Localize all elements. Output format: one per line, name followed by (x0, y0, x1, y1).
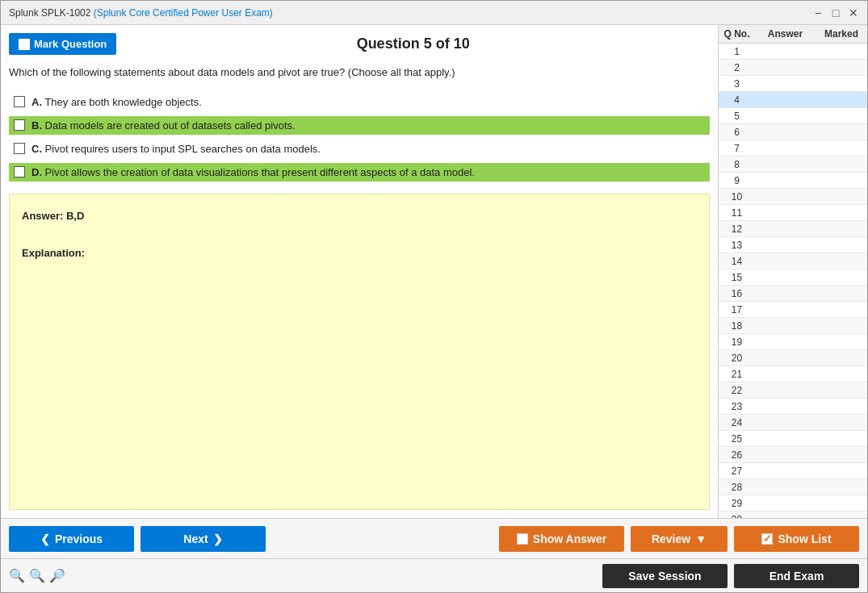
q-row-num: 2 (719, 62, 755, 73)
q-row-num: 22 (719, 385, 755, 396)
q-row-num: 25 (719, 433, 755, 445)
q-row-num: 4 (719, 94, 755, 106)
question-text: Which of the following statements about … (9, 65, 710, 81)
q-list-row[interactable]: 29 (719, 495, 867, 512)
q-list-row[interactable]: 30 (719, 512, 867, 518)
review-arrow-icon: ▼ (695, 532, 707, 545)
show-list-label: Show List (778, 532, 831, 545)
next-arrow-icon (213, 532, 223, 545)
close-button[interactable]: ✕ (848, 7, 859, 19)
q-row-num: 27 (719, 466, 755, 477)
show-list-button[interactable]: Show List (734, 526, 859, 552)
q-row-num: 3 (719, 78, 755, 90)
show-answer-checkbox-icon (517, 533, 528, 545)
zoom-reset-button[interactable]: 🔍 (29, 568, 45, 583)
option-a-checkbox[interactable] (14, 96, 25, 107)
q-list-row[interactable]: 3 (719, 76, 867, 92)
q-row-num: 5 (719, 111, 755, 122)
option-c-label: C. Pivot requires users to input SPL sea… (31, 143, 321, 155)
q-row-num: 10 (719, 191, 755, 203)
option-b-checkbox[interactable] (14, 119, 25, 131)
q-list-row[interactable]: 15 (719, 269, 867, 286)
q-list-row[interactable]: 24 (719, 415, 867, 431)
q-list-row[interactable]: 1 (719, 44, 867, 60)
save-session-button[interactable]: Save Session (602, 564, 728, 588)
next-label: Next (183, 532, 208, 545)
q-list-row[interactable]: 25 (719, 431, 867, 447)
options-list: A. They are both knowledge objects. B. D… (9, 93, 710, 182)
q-list-row[interactable]: 9 (719, 173, 867, 189)
explanation-line: Explanation: (22, 244, 697, 262)
q-row-num: 26 (719, 449, 755, 461)
window-title: Splunk SPLK-1002 (Splunk Core Certified … (9, 7, 273, 19)
option-c-checkbox[interactable] (14, 143, 25, 154)
q-list-row[interactable]: 8 (719, 157, 867, 173)
question-title: Question 5 of 10 (116, 35, 710, 52)
header-answer: Answer (755, 28, 816, 40)
q-list-row[interactable]: 4 (719, 92, 867, 108)
q-row-num: 11 (719, 207, 755, 219)
option-d-checkbox[interactable] (14, 166, 25, 177)
next-button[interactable]: Next (140, 526, 266, 552)
q-row-num: 1 (719, 46, 755, 57)
q-row-num: 16 (719, 288, 755, 299)
mark-checkbox-icon (19, 39, 30, 50)
minimize-button[interactable]: − (812, 7, 824, 19)
q-list-row[interactable]: 11 (719, 205, 867, 221)
q-list-row[interactable]: 16 (719, 286, 867, 302)
option-c: C. Pivot requires users to input SPL sea… (9, 140, 710, 158)
q-row-num: 21 (719, 369, 755, 380)
q-list-row[interactable]: 23 (719, 399, 867, 415)
q-list-row[interactable]: 26 (719, 447, 867, 463)
window-title-text: Splunk SPLK-1002 (9, 7, 94, 19)
q-list-row[interactable]: 19 (719, 334, 867, 350)
q-list-row[interactable]: 18 (719, 318, 867, 334)
q-list-row[interactable]: 17 (719, 302, 867, 318)
q-list-header: Q No. Answer Marked (719, 25, 867, 44)
maximize-button[interactable]: □ (830, 7, 841, 19)
q-row-num: 7 (719, 143, 755, 154)
q-list-row[interactable]: 20 (719, 350, 867, 366)
q-list-row[interactable]: 27 (719, 463, 867, 479)
option-a: A. They are both knowledge objects. (9, 93, 710, 111)
q-row-num: 23 (719, 401, 755, 412)
option-b-label: B. Data models are created out of datase… (31, 119, 296, 132)
review-button[interactable]: Review ▼ (631, 526, 728, 552)
option-a-label: A. They are both knowledge objects. (31, 96, 202, 108)
q-row-num: 17 (719, 304, 755, 315)
option-b: B. Data models are created out of datase… (9, 116, 710, 135)
q-list-row[interactable]: 14 (719, 253, 867, 269)
q-list-row[interactable]: 6 (719, 124, 867, 140)
q-list-row[interactable]: 22 (719, 382, 867, 399)
q-list-row[interactable]: 13 (719, 237, 867, 253)
app-window: Splunk SPLK-1002 (Splunk Core Certified … (0, 0, 868, 593)
q-row-num: 14 (719, 256, 755, 267)
header-marked: Marked (816, 28, 867, 40)
end-exam-button[interactable]: End Exam (734, 564, 859, 588)
q-row-num: 19 (719, 336, 755, 348)
bottom-bar: Previous Next Show Answer Review ▼ Show … (1, 518, 867, 558)
q-list-row[interactable]: 10 (719, 189, 867, 205)
previous-button[interactable]: Previous (9, 526, 134, 552)
q-list-row[interactable]: 5 (719, 108, 867, 124)
q-row-num: 15 (719, 272, 755, 283)
q-row-num: 18 (719, 320, 755, 332)
q-list-row[interactable]: 2 (719, 60, 867, 76)
window-title-highlight: (Splunk Core Certified Power User Exam) (94, 7, 273, 19)
q-row-num: 24 (719, 417, 755, 428)
q-list-row[interactable]: 12 (719, 221, 867, 237)
header-row: Mark Question Question 5 of 10 (9, 33, 710, 55)
q-list-body[interactable]: 1 2 3 4 5 6 7 8 (719, 44, 867, 518)
q-list-row[interactable]: 28 (719, 479, 867, 495)
left-panel: Mark Question Question 5 of 10 Which of … (1, 25, 718, 518)
q-row-num: 29 (719, 498, 755, 509)
show-answer-button[interactable]: Show Answer (499, 526, 624, 552)
mark-question-button[interactable]: Mark Question (9, 33, 116, 55)
zoom-out-button[interactable]: 🔍 (9, 568, 25, 583)
q-list-row[interactable]: 21 (719, 366, 867, 382)
zoom-in-button[interactable]: 🔎 (49, 568, 65, 583)
option-d: D. Pivot allows the creation of data vis… (9, 163, 710, 182)
q-list-row[interactable]: 7 (719, 140, 867, 157)
option-d-label: D. Pivot allows the creation of data vis… (31, 166, 475, 178)
prev-arrow-icon (40, 532, 50, 545)
